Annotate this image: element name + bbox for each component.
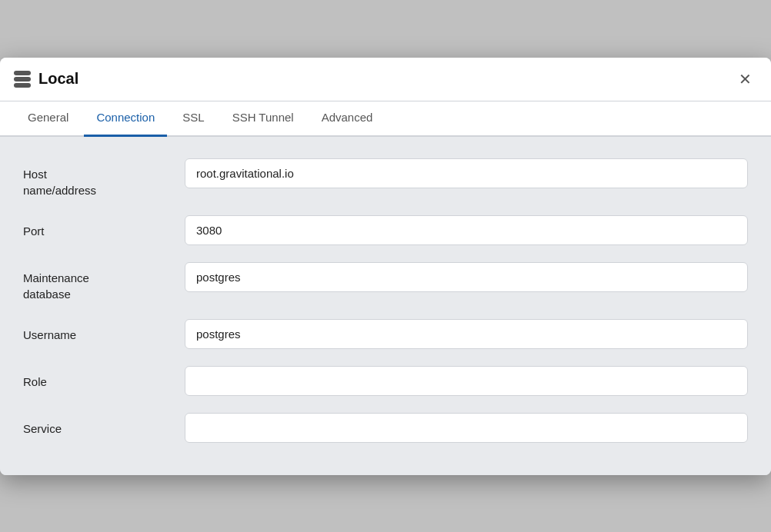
label-maintenance-db: Maintenancedatabase [23,262,185,302]
title-bar: Local ✕ [0,58,771,101]
database-icon [14,71,31,88]
input-maintenance-db[interactable] [185,262,748,292]
form-content: Hostname/address Port Maintenancedatabas… [0,137,771,475]
dialog: Local ✕ General Connection SSL SSH Tunne… [0,58,771,475]
field-row-username: Username [23,319,748,349]
disk-layer-1 [14,71,31,75]
field-row-role: Role [23,366,748,396]
input-role[interactable] [185,366,748,396]
disk-layer-2 [14,77,31,81]
field-row-host: Hostname/address [23,158,748,198]
label-port: Port [23,215,185,239]
label-role: Role [23,366,185,390]
tab-ssh-tunnel[interactable]: SSH Tunnel [220,101,306,137]
tab-advanced[interactable]: Advanced [309,101,386,137]
label-service: Service [23,413,185,437]
label-username: Username [23,319,185,343]
dialog-title: Local [38,70,78,88]
tab-ssl[interactable]: SSL [170,101,216,137]
input-service[interactable] [185,413,748,443]
input-port[interactable] [185,215,748,245]
input-host[interactable] [185,158,748,188]
field-row-maintenance-db: Maintenancedatabase [23,262,748,302]
input-username[interactable] [185,319,748,349]
close-button[interactable]: ✕ [734,68,756,90]
tab-general[interactable]: General [15,101,81,137]
disk-layer-3 [14,83,31,88]
field-row-service: Service [23,413,748,443]
title-left: Local [14,70,78,88]
tabs-bar: General Connection SSL SSH Tunnel Advanc… [0,101,771,137]
label-host: Hostname/address [23,158,185,198]
tab-connection[interactable]: Connection [84,101,167,137]
field-row-port: Port [23,215,748,245]
